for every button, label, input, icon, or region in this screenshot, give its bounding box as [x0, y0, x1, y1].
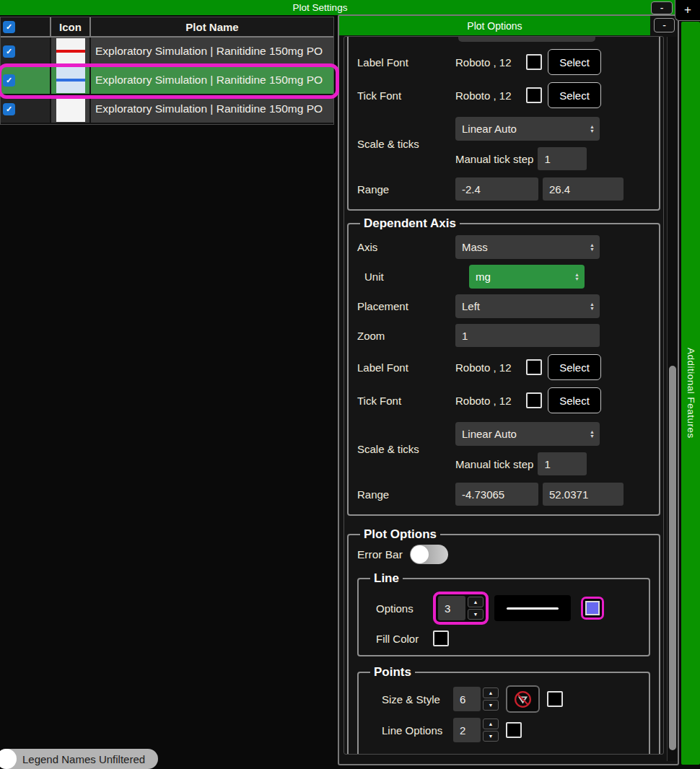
font-color-swatch[interactable]	[526, 54, 542, 70]
point-size-value[interactable]: 6	[453, 687, 481, 711]
label-font-value: Roboto , 12	[455, 56, 526, 69]
column-header-icon: Icon	[51, 17, 91, 36]
point-line-width-value[interactable]: 2	[453, 718, 481, 742]
point-style-button[interactable]	[506, 685, 540, 713]
points-group-title: Points	[370, 665, 415, 680]
plot-name-cell: Exploratory Simulation | Ranitidine 150m…	[91, 95, 333, 123]
point-line-options-label: Line Options	[382, 724, 453, 737]
zoom-input[interactable]: 1	[455, 324, 600, 347]
column-header-plot-name: Plot Name	[91, 17, 333, 36]
legend-names-toggle[interactable]: Legend Names Unfiltered	[0, 749, 158, 769]
toggle-knob-icon	[411, 545, 429, 563]
unit-combobox[interactable]: mg ▲▼	[469, 265, 585, 289]
line-group: Line Options 3 ▲ ▼	[357, 571, 650, 656]
line-color-highlight	[581, 597, 604, 620]
dependent-axis-group: Dependent Axis Axis Mass ▲▼ Unit mg ▲▼	[347, 216, 660, 516]
point-color-checkbox[interactable]	[547, 691, 563, 707]
additional-features-label: Additional Features	[686, 348, 696, 439]
additional-features-tab[interactable]: Additional Features	[681, 22, 700, 765]
error-bar-toggle[interactable]	[410, 545, 448, 564]
range-max-input[interactable]: 26.4	[543, 177, 624, 201]
range-label: Range	[357, 488, 455, 501]
unit-label: Unit	[357, 271, 455, 283]
font-color-swatch[interactable]	[526, 392, 542, 408]
plot-name-cell: Exploratory Simulation | Ranitidine 150m…	[91, 38, 333, 65]
clipped-combobox[interactable]	[458, 37, 595, 42]
placement-label: Placement	[357, 300, 455, 312]
select-all-cell: ✓	[1, 17, 51, 36]
line-width-value[interactable]: 3	[438, 596, 465, 620]
axis-value: Mass	[462, 241, 488, 253]
point-line-width-spinner[interactable]: 2 ▲ ▼	[453, 717, 499, 743]
spinner-down-button[interactable]: ▼	[483, 731, 499, 742]
plot-line-color	[56, 50, 85, 53]
plot-options-title: Plot Options	[360, 527, 440, 542]
spinner-up-button[interactable]: ▲	[483, 687, 499, 698]
panel-scrollbar[interactable]	[667, 37, 677, 761]
scale-combobox[interactable]: Linear Auto ▲▼	[455, 117, 600, 141]
select-font-button[interactable]: Select	[548, 49, 601, 75]
error-bar-label: Error Bar	[357, 548, 403, 561]
manual-tick-input[interactable]: 1	[538, 147, 587, 170]
spinner-down-button[interactable]: ▼	[468, 609, 484, 620]
select-font-button[interactable]: Select	[548, 82, 601, 108]
scale-combobox[interactable]: Linear Auto ▲▼	[455, 422, 600, 446]
label-font-label: Label Font	[357, 361, 455, 374]
label-font-value: Roboto , 12	[455, 361, 526, 374]
manual-tick-input[interactable]: 1	[538, 452, 587, 475]
range-min-input[interactable]: -2.4	[455, 177, 538, 201]
point-line-options-row: Line Options 2 ▲ ▼	[367, 717, 640, 743]
scale-ticks-label: Scale & ticks	[357, 138, 455, 150]
combobox-arrows-icon: ▲▼	[574, 273, 579, 281]
add-plot-button[interactable]: +	[675, 0, 700, 21]
select-all-checkbox[interactable]: ✓	[3, 21, 15, 33]
unit-row: Unit mg ▲▼	[357, 265, 650, 289]
font-color-swatch[interactable]	[526, 87, 542, 103]
row-icon-cell	[51, 95, 91, 123]
combobox-arrows-icon: ▲▼	[590, 430, 595, 439]
spinner-down-button[interactable]: ▼	[483, 700, 499, 711]
scrollbar-thumb[interactable]	[669, 366, 676, 750]
line-style-preview[interactable]	[494, 595, 571, 621]
row-check-cell: ✓	[1, 66, 51, 94]
spinner-up-button[interactable]: ▲	[468, 597, 484, 607]
fill-color-checkbox[interactable]	[433, 630, 449, 646]
row-checkbox[interactable]: ✓	[3, 74, 15, 87]
font-color-swatch[interactable]	[526, 359, 542, 375]
combobox-arrows-icon: ▲▼	[590, 302, 595, 311]
line-width-spinner[interactable]: 3 ▲ ▼	[438, 595, 484, 621]
spinner-up-button[interactable]: ▲	[483, 719, 499, 729]
points-group: Points Size & Style 6 ▲ ▼	[357, 665, 650, 755]
table-row[interactable]: ✓ Exploratory Simulation | Ranitidine 15…	[1, 95, 333, 124]
row-checkbox[interactable]: ✓	[3, 45, 15, 58]
panel-minimize-button[interactable]: -	[654, 18, 675, 32]
scale-ticks-label: Scale & ticks	[357, 443, 455, 455]
placement-combobox[interactable]: Left ▲▼	[455, 294, 600, 318]
placement-row: Placement Left ▲▼	[357, 294, 650, 318]
placement-value: Left	[462, 300, 480, 312]
point-line-color-checkbox[interactable]	[506, 722, 522, 738]
toggle-knob-icon	[0, 749, 17, 769]
line-color-swatch[interactable]	[585, 601, 600, 615]
table-row[interactable]: ✓ Exploratory Simulation | Ranitidine 15…	[1, 66, 333, 95]
combobox-arrows-icon: ▲▼	[590, 125, 595, 133]
fill-color-label: Fill Color	[367, 633, 433, 645]
plot-options-panel: Plot Options - Label Font Roboto , 12 Se…	[338, 14, 679, 765]
line-width-highlight: 3 ▲ ▼	[433, 592, 489, 625]
dependent-axis-title: Dependent Axis	[360, 216, 460, 231]
select-font-button[interactable]: Select	[548, 354, 601, 380]
select-font-button[interactable]: Select	[548, 387, 601, 413]
axis-combobox[interactable]: Mass ▲▼	[455, 235, 600, 259]
point-size-spinner[interactable]: 6 ▲ ▼	[453, 686, 499, 712]
row-checkbox[interactable]: ✓	[3, 103, 15, 115]
table-row[interactable]: ✓ Exploratory Simulation | Ranitidine 15…	[1, 38, 333, 66]
plot-options-group: Plot Options Error Bar Line Options 3 ▲	[347, 527, 660, 755]
range-max-input[interactable]: 52.0371	[543, 483, 624, 506]
label-font-label: Label Font	[357, 56, 455, 69]
range-min-input[interactable]: -4.73065	[455, 483, 538, 506]
plot-table: ✓ Icon Plot Name ✓ Exploratory Simulatio…	[0, 17, 334, 125]
size-style-label: Size & Style	[382, 693, 453, 706]
plot-table-header: ✓ Icon Plot Name	[1, 17, 333, 38]
window-minimize-button[interactable]: -	[651, 1, 673, 14]
panel-titlebar: Plot Options	[339, 16, 650, 35]
